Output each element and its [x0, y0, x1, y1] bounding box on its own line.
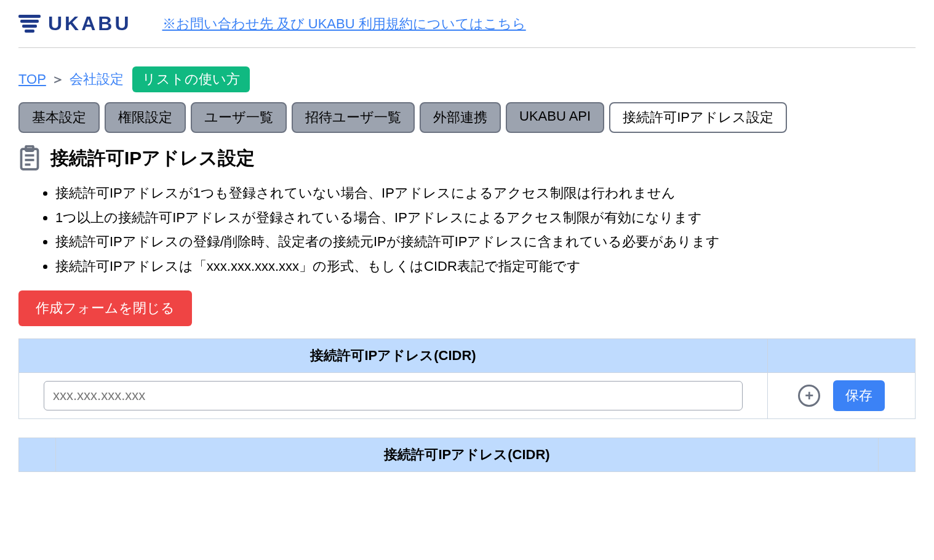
close-form-button[interactable]: 作成フォームを閉じる [18, 290, 192, 326]
clipboard-icon [18, 145, 41, 171]
list-header-left [19, 438, 56, 472]
section-title: 接続許可IPアドレス設定 [50, 146, 255, 171]
form-row: + 保存 [19, 373, 916, 419]
note-item: 接続許可IPアドレスの登録/削除時、設定者の接続元IPが接続許可IPアドレスに含… [55, 230, 916, 254]
tab-invited-user-list[interactable]: 招待ユーザ一覧 [292, 102, 415, 133]
breadcrumb: TOP ＞ 会社設定 リストの使い方 [18, 66, 916, 92]
ip-form-table: 接続許可IPアドレス(CIDR) + 保存 [18, 338, 916, 419]
logo[interactable]: UKABU [18, 12, 132, 35]
note-item: 接続許可IPアドレスは「xxx.xxx.xxx.xxx」の形式、もしくはCIDR… [55, 254, 916, 279]
save-button[interactable]: 保存 [833, 380, 885, 411]
section-title-row: 接続許可IPアドレス設定 [18, 145, 916, 171]
form-header-ip: 接続許可IPアドレス(CIDR) [19, 339, 768, 373]
tab-ip-allowlist[interactable]: 接続許可IPアドレス設定 [609, 102, 787, 133]
breadcrumb-current: 会社設定 [70, 70, 124, 89]
tab-user-list[interactable]: ユーザ一覧 [191, 102, 287, 133]
tab-basic-settings[interactable]: 基本設定 [18, 102, 100, 133]
ip-input[interactable] [44, 381, 743, 410]
tab-ukabu-api[interactable]: UKABU API [506, 102, 604, 133]
header: UKABU ※お問い合わせ先 及び UKABU 利用規約についてはこちら [18, 12, 916, 48]
list-header-right [879, 438, 916, 472]
plus-icon[interactable]: + [798, 385, 820, 407]
notes-list: 接続許可IPアドレスが1つも登録されていない場合、IPアドレスによるアクセス制限… [43, 181, 916, 278]
contact-link[interactable]: ※お問い合わせ先 及び UKABU 利用規約についてはこちら [162, 15, 526, 33]
logo-text: UKABU [48, 12, 132, 35]
breadcrumb-separator: ＞ [51, 70, 65, 89]
tab-external-integration[interactable]: 外部連携 [420, 102, 501, 133]
note-item: 接続許可IPアドレスが1つも登録されていない場合、IPアドレスによるアクセス制限… [55, 181, 916, 206]
form-header-action [768, 339, 916, 373]
note-item: 1つ以上の接続許可IPアドレスが登録されている場合、IPアドレスによるアクセス制… [55, 206, 916, 230]
tab-permission-settings[interactable]: 権限設定 [105, 102, 186, 133]
usage-badge[interactable]: リストの使い方 [132, 66, 250, 92]
ip-list-table: 接続許可IPアドレス(CIDR) [18, 438, 916, 472]
breadcrumb-top[interactable]: TOP [18, 71, 46, 87]
list-header-ip: 接続許可IPアドレス(CIDR) [56, 438, 879, 472]
tabs: 基本設定 権限設定 ユーザ一覧 招待ユーザ一覧 外部連携 UKABU API 接… [18, 102, 916, 133]
logo-icon [18, 14, 41, 34]
